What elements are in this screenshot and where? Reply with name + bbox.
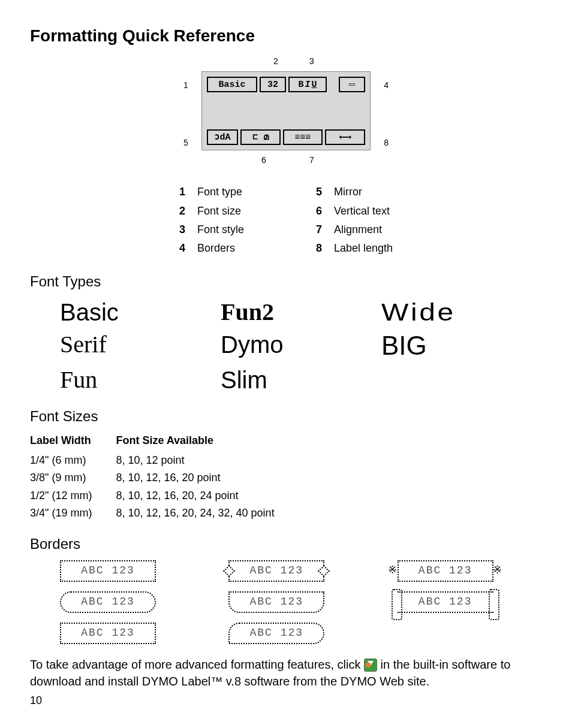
legend-num: 5	[316, 185, 334, 203]
sizes-values: 8, 10, 12 point	[116, 452, 298, 469]
lcd-align: ≡≡≡	[283, 129, 323, 145]
section-font-sizes: Font Sizes	[30, 406, 542, 427]
font-types-grid: Basic Fun2 Wide Serif Dymo BIG Fun Slim	[30, 298, 542, 394]
font-sample-big: BIG	[381, 330, 542, 362]
font-sample-wide: Wide	[381, 298, 572, 327]
legend-label: Borders	[197, 241, 244, 259]
lcd-length: ⟵⟶	[325, 129, 365, 145]
sizes-width: 1/2" (12 mm)	[30, 487, 116, 505]
callout-5: 5	[183, 137, 188, 149]
footer-pre: To take advantage of more advanced forma…	[30, 658, 364, 671]
border-sample-zig: ABC 123	[60, 623, 156, 644]
border-sample-rect: ABC 123	[60, 560, 156, 582]
legend-label: Label length	[334, 241, 393, 259]
lcd-font-size: 32	[260, 77, 286, 92]
page-number: 10	[30, 693, 542, 708]
font-sample-basic: Basic	[60, 298, 221, 327]
callout-4: 4	[384, 80, 389, 92]
download-icon[interactable]	[364, 658, 377, 672]
callout-2: 2	[273, 56, 278, 68]
sizes-header-width: Label Width	[30, 432, 116, 452]
font-sample-serif: Serif	[60, 330, 221, 362]
section-font-types: Font Types	[30, 271, 542, 292]
border-sample-round: ABC 123	[60, 591, 156, 613]
legend-num: 6	[316, 204, 334, 222]
callout-7: 7	[309, 155, 314, 167]
legend-label: Alignment	[334, 222, 393, 241]
border-sample-bubble: ABC 123	[228, 623, 324, 644]
lcd-screen: Basic 32 BIU ▭ ɔdA ⊏ മ ≡≡≡ ⟵⟶	[201, 71, 371, 150]
page-title: Formatting Quick Reference	[30, 24, 542, 47]
sizes-width: 1/4" (6 mm)	[30, 452, 116, 469]
font-sample-fun2: Fun2	[221, 298, 381, 327]
lcd-diagram: 1 2 3 4 5 6 7 8 Basic 32 BIU ▭ ɔdA ⊏ മ ≡…	[30, 53, 542, 173]
sizes-values: 8, 10, 12, 16, 20 point	[116, 469, 298, 487]
legend-num: 2	[179, 204, 197, 222]
font-sample-fun: Fun	[60, 365, 221, 394]
sizes-values: 8, 10, 12, 16, 20, 24 point	[116, 487, 298, 505]
border-sample-wave: ABC 123	[228, 591, 324, 613]
lcd-border: ▭	[339, 77, 365, 92]
border-sample-fancy: ABC 123	[398, 560, 493, 582]
callout-6: 6	[261, 155, 266, 167]
sizes-width: 3/8" (9 mm)	[30, 469, 116, 487]
lcd-mirror: ɔdA	[207, 129, 238, 145]
callout-8: 8	[384, 137, 389, 149]
legend-num: 8	[316, 241, 334, 259]
font-sample-dymo: Dymo	[221, 330, 381, 362]
legend-label: Vertical text	[334, 204, 393, 222]
callout-1: 1	[183, 80, 188, 92]
footer-text: To take advantage of more advanced forma…	[30, 656, 542, 690]
section-borders: Borders	[30, 534, 542, 554]
lcd-font-type: Basic	[207, 77, 257, 92]
legend-label: Font style	[197, 222, 244, 241]
legend-label: Font size	[197, 204, 244, 222]
sizes-values: 8, 10, 12, 16, 20, 24, 32, 40 point	[116, 505, 298, 522]
border-sample-diamond: ABC 123	[228, 560, 324, 582]
legend-num: 7	[316, 222, 334, 241]
borders-grid: ABC 123 ABC 123 ABC 123 ABC 123 ABC 123 …	[30, 560, 542, 644]
lcd-font-style: BIU	[288, 77, 327, 92]
legend-num: 4	[179, 241, 197, 259]
font-sizes-table: Label Width Font Size Available 1/4" (6 …	[30, 432, 299, 522]
legend-num: 1	[179, 185, 197, 203]
legend-num: 3	[179, 222, 197, 241]
lcd-vertical: ⊏ മ	[240, 129, 281, 145]
legend-label: Font type	[197, 185, 244, 203]
font-sample-slim: Slim	[221, 365, 381, 394]
callout-3: 3	[309, 56, 314, 68]
border-sample-scroll: ABC 123	[398, 591, 493, 613]
legend-label: Mirror	[334, 185, 393, 203]
sizes-width: 3/4" (19 mm)	[30, 505, 116, 522]
sizes-header-sizes: Font Size Available	[116, 432, 298, 452]
legend: 1Font type 2Font size 3Font style 4Borde…	[30, 185, 542, 259]
